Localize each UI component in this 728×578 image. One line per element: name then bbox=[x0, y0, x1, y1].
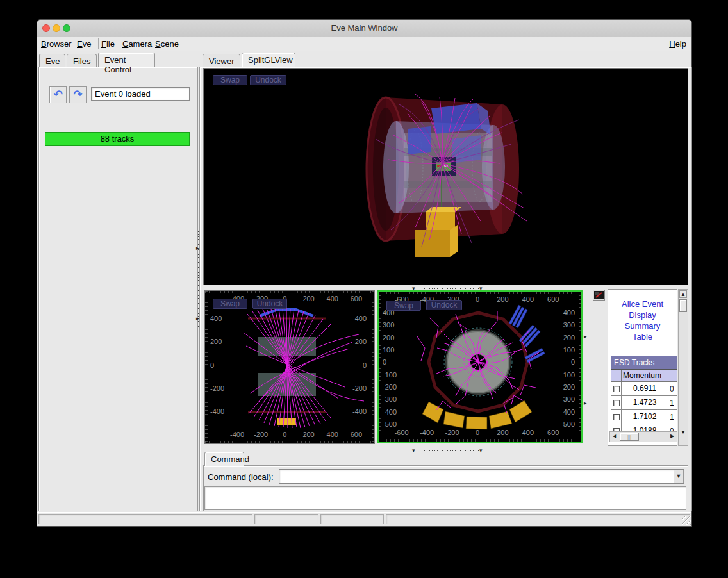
undock-button[interactable]: Undock bbox=[252, 299, 287, 309]
axis-tick-label: 0 bbox=[363, 361, 367, 369]
status-bar bbox=[37, 512, 691, 526]
summary-hscrollbar[interactable]: ◀ ||| ▶ bbox=[609, 431, 677, 442]
axis-tick-label: -300 bbox=[561, 395, 575, 403]
status-segment bbox=[254, 514, 318, 524]
rhophi-y-axis-left: 4003002001000-100-200-300-400-500 bbox=[383, 309, 397, 428]
scroll-up-arrow[interactable]: ▲ bbox=[679, 290, 687, 298]
esd-tracks-table: ESD Tracks Momentum 0.6911 0 1.4723 1 1.… bbox=[611, 356, 677, 438]
axis-tick-label: -400 bbox=[383, 408, 397, 416]
summary-title-line: Alice Event bbox=[608, 299, 677, 310]
horizontal-splitter[interactable] bbox=[422, 450, 479, 451]
horizontal-splitter[interactable] bbox=[422, 288, 479, 289]
undock-button[interactable]: Undock bbox=[426, 300, 462, 310]
resize-grip-icon[interactable] bbox=[682, 516, 691, 525]
axis-tick-label: -400 bbox=[352, 408, 367, 415]
axis-tick-label: 300 bbox=[383, 321, 397, 329]
window-title: Eve Main Window bbox=[37, 23, 691, 33]
command-input[interactable] bbox=[279, 469, 684, 484]
tab-viewer-1[interactable]: Viewer 1 bbox=[203, 54, 240, 67]
table-row[interactable]: 1.4723 1 bbox=[611, 396, 677, 410]
momentum-cell: 0.6911 bbox=[622, 382, 668, 395]
undo-arrow-icon: ↶ bbox=[53, 88, 62, 101]
canvas-icon[interactable] bbox=[593, 290, 605, 301]
rhoz-y-axis-left: 4002000-200-400 bbox=[210, 315, 224, 415]
command-output[interactable] bbox=[204, 486, 686, 510]
axis-tick-label: -400 bbox=[414, 429, 439, 436]
axis-tick-label: 400 bbox=[210, 315, 224, 322]
axis-tick-label: 200 bbox=[490, 429, 515, 436]
scroll-left-arrow[interactable]: ◀ bbox=[611, 433, 618, 441]
undock-button[interactable]: Undock bbox=[250, 75, 286, 85]
axis-tick-label: -400 bbox=[210, 408, 224, 415]
rhophi-viewport[interactable]: -600-400-2000200400600 -600-400-20002004… bbox=[377, 290, 583, 443]
command-dropdown-button[interactable]: ▼ bbox=[674, 470, 684, 483]
menu-file[interactable]: File bbox=[101, 39, 115, 49]
title-bar[interactable]: Eve Main Window bbox=[37, 20, 691, 37]
axis-tick-label: -100 bbox=[383, 371, 397, 379]
summary-splitter[interactable] bbox=[586, 295, 586, 443]
axis-tick-label: -500 bbox=[383, 420, 397, 428]
axis-tick-label: -200 bbox=[210, 384, 224, 392]
next-event-button[interactable]: ↷ bbox=[69, 86, 87, 103]
previous-event-button[interactable]: ↶ bbox=[49, 86, 67, 103]
axis-tick-label: 200 bbox=[383, 334, 397, 342]
vscrollbar-thumb[interactable] bbox=[679, 299, 687, 312]
swap-button[interactable]: Swap bbox=[213, 75, 247, 85]
swap-button[interactable]: Swap bbox=[213, 299, 247, 309]
swap-button[interactable]: Swap bbox=[386, 301, 421, 311]
axis-tick-label: 600 bbox=[345, 431, 368, 438]
axis-tick-label: -100 bbox=[561, 371, 575, 379]
axis-tick-label: 400 bbox=[515, 295, 540, 303]
rhoz-x-axis-bottom: -400-2000200400600 bbox=[226, 431, 368, 438]
menu-browser[interactable]: Browser bbox=[41, 39, 72, 49]
rhophi-y-axis-right: 4003002001000-100-200-300-400-500 bbox=[561, 309, 575, 428]
tab-splitglview[interactable]: SplitGLView bbox=[242, 53, 295, 67]
alice-detector-3d bbox=[204, 69, 689, 286]
tab-eve[interactable]: Eve bbox=[39, 54, 65, 67]
summary-vscrollbar[interactable]: ▲ ▼ bbox=[678, 289, 688, 446]
next-column-cell: 1 bbox=[668, 399, 677, 408]
tab-files[interactable]: Files bbox=[67, 54, 97, 67]
table-row[interactable]: 1.7102 1 bbox=[611, 410, 677, 424]
axis-tick-label: 0 bbox=[571, 358, 575, 366]
tracks-count-badge: 88 tracks bbox=[45, 132, 190, 146]
hscrollbar-thumb[interactable]: ||| bbox=[620, 433, 639, 441]
row-checkbox[interactable] bbox=[613, 386, 620, 392]
event-status-field[interactable]: Event 0 loaded bbox=[91, 87, 190, 101]
axis-tick-label: 400 bbox=[515, 429, 540, 436]
table-row[interactable]: 0.6911 0 bbox=[611, 382, 677, 396]
summary-title-line: Summary bbox=[608, 320, 677, 331]
axis-tick-label: 0 bbox=[383, 358, 397, 366]
row-checkbox[interactable] bbox=[613, 414, 620, 420]
rhoz-viewport[interactable]: -400-2000200400600 -400-2000200400600 40… bbox=[204, 290, 375, 444]
axis-tick-label: 600 bbox=[541, 295, 566, 303]
redo-arrow-icon: ↷ bbox=[73, 88, 82, 101]
splitter-arrow-icon: ▾ bbox=[412, 448, 415, 453]
menu-help[interactable]: Help bbox=[669, 39, 686, 49]
tab-command[interactable]: Command bbox=[204, 452, 244, 466]
tab-event-control[interactable]: Event Control bbox=[98, 53, 155, 67]
rhophi-x-axis-bottom: -600-400-2000200400600 bbox=[389, 429, 566, 436]
axis-tick-label: -400 bbox=[226, 431, 249, 438]
splitter-arrow-icon: ▸ bbox=[196, 316, 199, 321]
menu-camera[interactable]: Camera bbox=[122, 39, 152, 49]
scroll-right-arrow[interactable]: ▶ bbox=[668, 433, 676, 441]
menu-scene[interactable]: Scene bbox=[155, 39, 179, 49]
row-checkbox[interactable] bbox=[613, 400, 620, 406]
splitter-arrow-icon: ▸ bbox=[584, 400, 587, 406]
status-segment bbox=[320, 514, 384, 524]
table-header: ESD Tracks bbox=[611, 356, 677, 370]
axis-tick-label: 400 bbox=[355, 315, 367, 322]
menu-eve[interactable]: Eve bbox=[77, 39, 91, 49]
axis-tick-label: -200 bbox=[352, 384, 367, 392]
main-3d-viewport[interactable]: Swap Undock bbox=[203, 68, 688, 285]
axis-tick-label: 200 bbox=[210, 338, 224, 345]
axis-tick-label: 0 bbox=[273, 431, 296, 438]
axis-tick-label: 100 bbox=[383, 346, 397, 354]
axis-tick-label: -300 bbox=[383, 395, 397, 403]
axis-tick-label: 200 bbox=[355, 338, 367, 345]
axis-tick-label: -200 bbox=[383, 383, 397, 391]
scroll-down-arrow[interactable]: ▼ bbox=[679, 429, 687, 436]
axis-tick-label: 200 bbox=[297, 295, 320, 302]
axis-tick-label: -200 bbox=[249, 431, 272, 438]
